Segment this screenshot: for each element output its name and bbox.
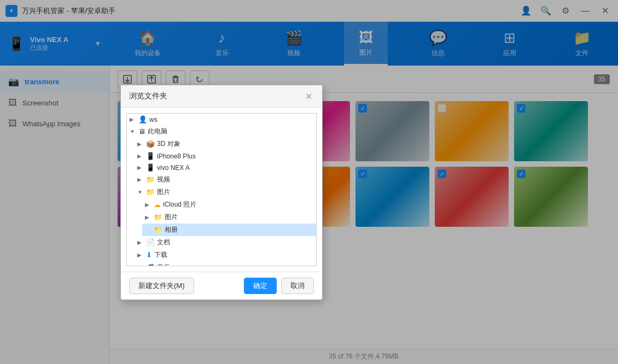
phone-icon: 📱 bbox=[146, 163, 155, 172]
computer-icon: 🖥 bbox=[138, 127, 145, 136]
phone-icon: 📱 bbox=[146, 152, 155, 160]
tree-item-iphone[interactable]: ▶ 📱 iPhone8 Plus bbox=[135, 150, 316, 162]
file-browser-dialog: 浏览文件夹 ✕ ▶ 👤 ws ▼ 🖥 此电脑 ▶ bbox=[120, 85, 323, 300]
tree-item-3d[interactable]: ▶ 📦 3D 对象 bbox=[135, 138, 316, 150]
tree-toggle[interactable]: ▶ bbox=[145, 202, 153, 208]
tree-toggle[interactable]: ▶ bbox=[145, 214, 153, 220]
cloud-icon: ☁ bbox=[154, 201, 161, 209]
tree-item-downloads[interactable]: ▶ ⬇ 下载 bbox=[135, 249, 316, 261]
tree-toggle[interactable]: ▶ bbox=[137, 239, 145, 245]
download-icon: ⬇ bbox=[146, 251, 152, 259]
tree-item-pictures[interactable]: ▼ 📁 图片 bbox=[135, 186, 316, 198]
ok-button[interactable]: 确定 bbox=[244, 278, 277, 294]
folder-icon: 📁 bbox=[154, 226, 162, 234]
file-tree-panel[interactable]: ▶ 👤 ws ▼ 🖥 此电脑 ▶ 📦 3D 对象 ▶ bbox=[126, 113, 317, 266]
pictures-folder-icon: 📁 bbox=[146, 188, 155, 196]
tree-toggle[interactable]: ▶ bbox=[137, 177, 145, 183]
tree-toggle[interactable]: ▶ bbox=[137, 252, 145, 258]
tree-toggle[interactable]: ▼ bbox=[137, 189, 145, 195]
modal-overlay: 浏览文件夹 ✕ ▶ 👤 ws ▼ 🖥 此电脑 ▶ bbox=[0, 0, 618, 364]
dialog-body: ▶ 👤 ws ▼ 🖥 此电脑 ▶ 📦 3D 对象 ▶ bbox=[121, 108, 322, 272]
folder-icon: 📁 bbox=[154, 213, 162, 221]
dialog-header: 浏览文件夹 ✕ bbox=[121, 85, 322, 108]
documents-icon: 📄 bbox=[146, 238, 155, 246]
tree-item-documents[interactable]: ▶ 📄 文档 bbox=[135, 236, 316, 249]
cancel-button[interactable]: 取消 bbox=[281, 278, 314, 294]
tree-item-ws[interactable]: ▶ 👤 ws bbox=[127, 114, 316, 125]
tree-toggle[interactable]: ▶ bbox=[137, 165, 145, 171]
dialog-close-button[interactable]: ✕ bbox=[303, 91, 314, 102]
tree-item-pictures-sub[interactable]: ▶ 📁 图片 bbox=[142, 211, 316, 224]
tree-item-icloud[interactable]: ▶ ☁ iCloud 照片 bbox=[142, 198, 316, 211]
user-icon: 👤 bbox=[138, 115, 147, 124]
tree-toggle[interactable]: ▼ bbox=[130, 128, 137, 134]
tree-item-vivo[interactable]: ▶ 📱 vivo NEX A bbox=[135, 162, 316, 173]
tree-item-music[interactable]: ▶ 🎵 音乐 bbox=[135, 261, 316, 266]
tree-toggle bbox=[145, 227, 153, 233]
tree-item-video[interactable]: ▶ 📁 视频 bbox=[135, 173, 316, 186]
tree-item-album[interactable]: 📁 相册 bbox=[142, 224, 316, 236]
tree-toggle[interactable]: ▶ bbox=[137, 141, 145, 147]
tree-toggle[interactable]: ▶ bbox=[137, 153, 145, 159]
tree-item-this-pc[interactable]: ▼ 🖥 此电脑 bbox=[127, 125, 316, 138]
music-folder-icon: 🎵 bbox=[146, 263, 155, 266]
dialog-footer: 新建文件夹(M) 确定 取消 bbox=[121, 272, 322, 300]
tree-toggle[interactable]: ▶ bbox=[137, 265, 145, 266]
box-icon: 📦 bbox=[146, 140, 155, 148]
dialog-title: 浏览文件夹 bbox=[129, 91, 167, 101]
video-folder-icon: 📁 bbox=[146, 175, 155, 184]
tree-toggle[interactable]: ▶ bbox=[130, 116, 137, 122]
new-folder-button[interactable]: 新建文件夹(M) bbox=[129, 278, 194, 294]
